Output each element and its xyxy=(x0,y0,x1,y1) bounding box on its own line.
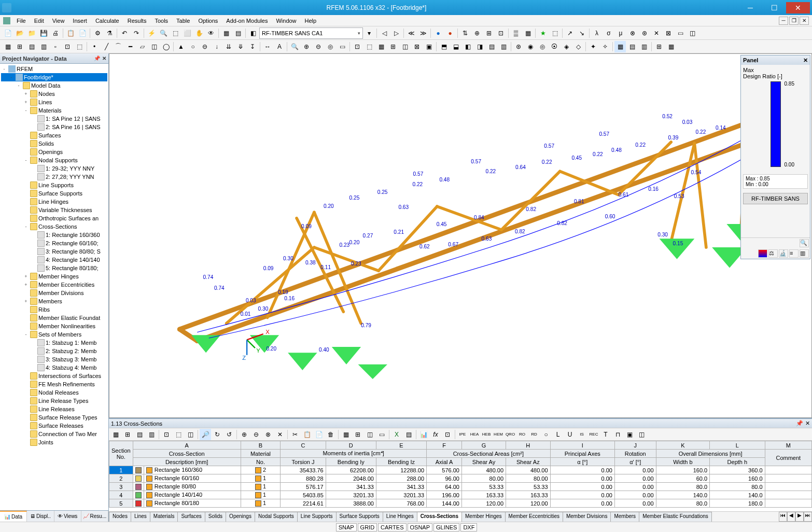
open-icon[interactable]: 📂 xyxy=(14,27,25,39)
tree-node[interactable]: 1: SA Pine 12 | SANS xyxy=(1,115,107,123)
tree-node[interactable]: 2: Stabzug 2: Memb xyxy=(1,347,107,355)
menu-results[interactable]: Results xyxy=(123,17,151,25)
paste-icon[interactable]: 📄 xyxy=(77,27,88,39)
d5-icon[interactable]: ◫ xyxy=(399,41,411,52)
opening-icon[interactable]: ◯ xyxy=(160,41,172,52)
save-icon[interactable]: 💾 xyxy=(38,27,49,39)
table-tab[interactable]: Lines xyxy=(131,512,150,522)
zoom-window-icon[interactable]: ⬚ xyxy=(170,27,181,39)
tree-node[interactable]: 1: 29-32; YYY NNY xyxy=(1,164,107,173)
support-icon[interactable]: ▲ xyxy=(175,41,187,52)
tree-node[interactable]: +Lines xyxy=(1,98,107,106)
tt14-icon[interactable]: ✕ xyxy=(274,429,286,440)
unit10-icon[interactable]: U xyxy=(564,429,576,440)
t5-icon[interactable]: ▒ xyxy=(510,27,522,39)
mdi-restore-button[interactable]: ❐ xyxy=(789,17,799,25)
menu-tools[interactable]: Tools xyxy=(150,17,172,25)
menu-table[interactable]: Table xyxy=(172,17,194,25)
f5-icon[interactable]: ◈ xyxy=(561,41,572,52)
status-osnap[interactable]: OSNAP xyxy=(408,523,433,531)
table-tab[interactable]: Member Elastic Foundations xyxy=(639,512,712,522)
t8-icon[interactable]: ⬚ xyxy=(549,27,561,39)
table-tab[interactable]: Cross-Sections xyxy=(417,512,462,522)
tt2-icon[interactable]: ⊞ xyxy=(122,429,133,440)
status-dxf[interactable]: DXF xyxy=(460,523,477,531)
b3-icon[interactable]: ▤ xyxy=(26,41,37,52)
tree-node[interactable]: +Nodes xyxy=(1,90,107,98)
redo-icon[interactable]: ↷ xyxy=(131,27,142,39)
table-tab[interactable]: Line Hinges xyxy=(383,512,417,522)
copy-icon[interactable]: 📋 xyxy=(65,27,76,39)
model-viewport[interactable]: X Y Z 0.250.250.220.480.220.640.220.450.… xyxy=(109,53,812,418)
menu-window[interactable]: Window xyxy=(272,17,300,25)
tab-scroll-button[interactable]: ▶ xyxy=(795,512,804,522)
tree-node[interactable]: -Footbridge* xyxy=(1,73,107,81)
unit14-icon[interactable]: ⊓ xyxy=(612,429,623,440)
module-combo[interactable]: RF-TIMBER SANS CA1 xyxy=(259,27,363,39)
e2-icon[interactable]: ⬓ xyxy=(450,41,461,52)
menu-file[interactable]: File xyxy=(12,17,30,25)
tab-scroll-button[interactable]: ⏭ xyxy=(804,512,812,522)
r1-icon[interactable]: ● xyxy=(432,27,444,39)
unit2-icon[interactable]: HEA xyxy=(469,429,480,440)
g2-icon[interactable]: ✧ xyxy=(599,41,611,52)
e5-icon[interactable]: ▤ xyxy=(486,41,497,52)
menu-edit[interactable]: Edit xyxy=(30,17,48,25)
b2-icon[interactable]: ⊞ xyxy=(14,41,25,52)
unit7-icon[interactable]: RD xyxy=(528,429,540,440)
menu-view[interactable]: View xyxy=(48,17,69,25)
e1-icon[interactable]: ⬒ xyxy=(438,41,450,52)
tt6-icon[interactable]: ⬚ xyxy=(173,429,184,440)
tree-node[interactable]: FE Mesh Refinements xyxy=(1,380,107,388)
f6-icon[interactable]: ◇ xyxy=(572,41,584,52)
tt24-icon[interactable]: ▤ xyxy=(403,429,414,440)
c5-icon[interactable]: ▭ xyxy=(337,41,348,52)
load2-icon[interactable]: ⇊ xyxy=(223,41,234,52)
unit6-icon[interactable]: RO xyxy=(516,429,528,440)
c3-icon[interactable]: ⊖ xyxy=(313,41,324,52)
panel-close-icon[interactable]: ✕ xyxy=(803,57,808,64)
t9-icon[interactable]: ↗ xyxy=(564,27,576,39)
pf2-icon[interactable]: ⚖ xyxy=(768,249,778,258)
c4-icon[interactable]: ◎ xyxy=(325,41,336,52)
minimize-button[interactable]: ─ xyxy=(738,2,762,13)
d2-icon[interactable]: ⬚ xyxy=(363,41,375,52)
bolt-icon[interactable]: ⚡ xyxy=(146,27,157,39)
arc-icon[interactable]: ⌒ xyxy=(113,41,124,52)
t11-icon[interactable]: λ xyxy=(591,27,603,39)
unit16-icon[interactable]: ◫ xyxy=(636,429,647,440)
i1-icon[interactable]: ⊞ xyxy=(653,41,665,52)
load4-icon[interactable]: ↧ xyxy=(247,41,258,52)
b7-icon[interactable]: ⬚ xyxy=(74,41,85,52)
tree-node[interactable]: Surface Release Types xyxy=(1,413,107,422)
nav-tab-resu...[interactable]: 📈Resu... xyxy=(81,511,108,522)
unit8-icon[interactable]: ○ xyxy=(540,429,552,440)
nav-tab-displ..[interactable]: 🖥Displ.. xyxy=(27,511,54,522)
menu-help[interactable]: Help xyxy=(301,17,321,25)
open-folder-icon[interactable]: 📁 xyxy=(26,27,37,39)
tree-node[interactable]: Surface Supports xyxy=(1,189,107,198)
load3-icon[interactable]: ⤋ xyxy=(235,41,246,52)
table-tab[interactable]: Member Divisions xyxy=(563,512,611,522)
h2-icon[interactable]: ▤ xyxy=(626,41,638,52)
tree-node[interactable]: 2: SA Pine 16 | SANS xyxy=(1,123,107,131)
unit11-icon[interactable]: IS xyxy=(576,429,587,440)
tt19-icon[interactable]: ▦ xyxy=(340,429,352,440)
unit9-icon[interactable]: L xyxy=(552,429,564,440)
r2-icon[interactable]: ● xyxy=(444,27,456,39)
zoom-icon[interactable]: 🔍 xyxy=(158,27,169,39)
tree-node[interactable]: +Member Eccentricities xyxy=(1,281,107,289)
t4-icon[interactable]: ⊡ xyxy=(495,27,507,39)
ecc-icon[interactable]: ⊖ xyxy=(199,41,211,52)
close-button[interactable]: ✕ xyxy=(786,2,810,13)
nav-tab-data[interactable]: 📊Data xyxy=(0,511,27,522)
pan-icon[interactable]: ✋ xyxy=(193,27,205,39)
t12-icon[interactable]: σ xyxy=(603,27,614,39)
b4-icon[interactable]: ▥ xyxy=(38,41,49,52)
table-close-icon[interactable]: ✕ xyxy=(805,420,810,427)
h1-icon[interactable]: ▦ xyxy=(614,41,626,52)
tt25-icon[interactable]: 📊 xyxy=(418,429,429,440)
maximize-button[interactable]: ☐ xyxy=(762,2,786,13)
table-tab[interactable]: Line Supports xyxy=(297,512,337,522)
tt7-icon[interactable]: ◫ xyxy=(185,429,196,440)
